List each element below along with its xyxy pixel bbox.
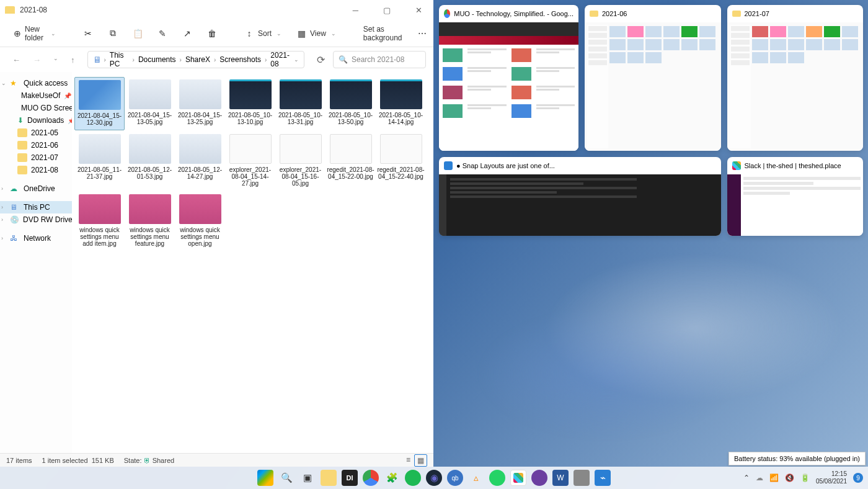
- file-item[interactable]: 2021-08-05_10-13-10.jpg: [225, 77, 275, 130]
- share-button[interactable]: ↗: [176, 25, 198, 42]
- chevron-down-icon[interactable]: ⌄: [294, 56, 299, 63]
- status-state: State: ⛨ Shared: [124, 457, 174, 464]
- tray-wifi-icon[interactable]: 📶: [769, 473, 779, 482]
- new-folder-button[interactable]: ⊕ New folder ⌄: [7, 21, 62, 46]
- file-thumbnail: [280, 134, 322, 164]
- paste-button[interactable]: 📋: [126, 25, 149, 42]
- file-item[interactable]: 2021-08-05_12-01-53.jpg: [125, 132, 175, 191]
- sidebar-item[interactable]: MUO GD Scree📌: [0, 102, 72, 114]
- file-name: 2021-08-05_12-14-27.jpg: [176, 166, 224, 180]
- sidebar-item[interactable]: 2021-07: [0, 151, 72, 164]
- snap-card-vscode[interactable]: ● Snap Layouts are just one of...: [439, 157, 721, 236]
- view-button[interactable]: ▦ View ⌄: [290, 25, 342, 42]
- start-button[interactable]: [257, 470, 273, 486]
- task-view-button[interactable]: ▣: [299, 470, 316, 486]
- file-thumbnail: [280, 79, 322, 109]
- sidebar-onedrive[interactable]: › ☁ OneDrive: [0, 182, 72, 195]
- sidebar-item[interactable]: 2021-05: [0, 127, 72, 139]
- close-button[interactable]: ✕: [409, 3, 428, 17]
- cut-button[interactable]: ✂: [77, 25, 99, 42]
- file-item[interactable]: regedit_2021-08-04_15-22-00.jpg: [326, 132, 376, 191]
- back-button[interactable]: ←: [10, 53, 23, 67]
- file-item[interactable]: 2021-08-04_15-12-30.jpg: [74, 77, 125, 130]
- breadcrumb-item[interactable]: Screenshots: [218, 54, 262, 65]
- breadcrumb-item[interactable]: 2021-08: [269, 50, 291, 70]
- refresh-button[interactable]: ⟳: [317, 54, 325, 66]
- taskbar-steam[interactable]: ◉: [426, 470, 442, 486]
- sidebar-quick-access[interactable]: ⌄ ★ Quick access: [0, 77, 72, 89]
- minimize-button[interactable]: ─: [347, 3, 365, 17]
- disc-icon: 💿: [10, 215, 19, 224]
- taskbar-word[interactable]: W: [552, 470, 569, 486]
- search-input[interactable]: 🔍 Search 2021-08: [333, 51, 426, 68]
- taskbar-chrome[interactable]: [363, 470, 379, 486]
- taskbar-app[interactable]: [574, 470, 590, 486]
- file-item[interactable]: 2021-08-05_11-21-37.jpg: [74, 132, 125, 191]
- taskbar-app-purple[interactable]: [531, 470, 547, 486]
- rename-icon: ✎: [157, 29, 167, 38]
- set-background-button[interactable]: Set as background: [357, 21, 409, 46]
- file-item[interactable]: 2021-08-05_12-14-27.jpg: [175, 132, 225, 191]
- folder-icon: [17, 141, 27, 150]
- breadcrumb-item[interactable]: ShareX: [184, 54, 211, 65]
- search-button[interactable]: 🔍: [278, 470, 294, 486]
- taskbar-qbittorrent[interactable]: qb: [447, 470, 463, 486]
- taskbar-vlc[interactable]: ▵: [468, 470, 484, 486]
- file-item[interactable]: 2021-08-05_10-13-31.jpg: [275, 77, 326, 130]
- taskbar-app-di[interactable]: DI: [342, 470, 358, 486]
- file-grid[interactable]: 2021-08-04_15-12-30.jpg2021-08-04_15-13-…: [72, 72, 433, 453]
- taskbar-extension[interactable]: 🧩: [384, 470, 400, 486]
- sidebar-item[interactable]: 2021-08: [0, 164, 72, 176]
- notification-badge[interactable]: 9: [853, 473, 863, 483]
- sidebar-item[interactable]: ⬇Downloads📌: [0, 114, 72, 127]
- delete-button[interactable]: 🗑: [201, 25, 223, 42]
- snap-card-chrome[interactable]: MUO - Technology, Simplified. - Goog...: [439, 5, 578, 151]
- sidebar-dvd-drive[interactable]: › 💿 DVD RW Drive (D:) A: [0, 213, 72, 226]
- file-item[interactable]: 2021-08-05_10-13-50.jpg: [326, 77, 376, 130]
- tray-volume-icon[interactable]: 🔇: [785, 473, 794, 482]
- taskbar-clock[interactable]: 12:15 05/08/2021: [816, 470, 847, 485]
- snap-preview: [439, 22, 578, 151]
- recent-button[interactable]: ⌄: [51, 53, 61, 67]
- sidebar-item[interactable]: 2021-06: [0, 139, 72, 151]
- snap-card-folder-2021-07[interactable]: 2021-07: [727, 5, 864, 151]
- view-thumbnails-button[interactable]: ▦: [414, 454, 427, 467]
- file-name: windows quick settings menu open.jpg: [176, 227, 224, 247]
- tray-chevron-icon[interactable]: ⌃: [743, 473, 750, 482]
- sidebar-item[interactable]: MakeUseOf📌: [0, 89, 72, 102]
- file-thumbnail: [229, 79, 272, 109]
- file-item[interactable]: windows quick settings menu feature.jpg: [125, 192, 175, 251]
- taskbar-explorer[interactable]: [321, 470, 337, 486]
- sidebar-network[interactable]: › 🖧 Network: [0, 232, 72, 244]
- file-item[interactable]: windows quick settings menu open.jpg: [175, 192, 225, 251]
- file-item[interactable]: explorer_2021-08-04_15-16-05.jpg: [275, 132, 326, 191]
- taskbar-slack[interactable]: [510, 470, 526, 486]
- address-bar[interactable]: 🖥 › This PC › Documents › ShareX › Scree…: [87, 51, 305, 68]
- sidebar-this-pc[interactable]: › 🖥 This PC: [0, 201, 72, 213]
- file-item[interactable]: 2021-08-04_15-13-25.jpg: [175, 77, 225, 130]
- file-item[interactable]: 2021-08-04_15-13-05.jpg: [125, 77, 175, 130]
- forward-button[interactable]: →: [30, 53, 43, 67]
- titlebar[interactable]: 2021-08 ─ ▢ ✕: [0, 0, 433, 20]
- snap-card-slack[interactable]: Slack | the-shed | theshed.place: [727, 157, 864, 236]
- more-button[interactable]: ⋯: [411, 25, 433, 42]
- breadcrumb-item[interactable]: Documents: [137, 54, 177, 65]
- tray-battery-icon[interactable]: 🔋: [800, 473, 810, 482]
- taskbar-spotify[interactable]: [405, 470, 421, 486]
- file-item[interactable]: regedit_2021-08-04_15-22-40.jpg: [376, 132, 426, 191]
- file-item[interactable]: explorer_2021-08-04_15-14-27.jpg: [225, 132, 275, 191]
- rename-button[interactable]: ✎: [151, 25, 174, 42]
- maximize-button[interactable]: ▢: [377, 3, 397, 17]
- copy-button[interactable]: ⧉: [102, 25, 124, 42]
- view-details-button[interactable]: ≡: [404, 454, 413, 467]
- sort-button[interactable]: ↕ Sort ⌄: [238, 25, 288, 42]
- taskbar-whatsapp[interactable]: [489, 470, 505, 486]
- file-item[interactable]: windows quick settings menu add item.jpg: [74, 192, 125, 251]
- file-item[interactable]: 2021-08-05_10-14-14.jpg: [376, 77, 426, 130]
- taskbar-vscode[interactable]: ⌁: [595, 470, 611, 486]
- tray-onedrive-icon[interactable]: ☁: [756, 473, 763, 482]
- breadcrumb-item[interactable]: This PC: [108, 50, 130, 70]
- snap-card-folder-2021-06[interactable]: 2021-06: [585, 5, 721, 151]
- up-button[interactable]: ↑: [68, 53, 78, 67]
- status-item-count: 17 items: [6, 457, 32, 464]
